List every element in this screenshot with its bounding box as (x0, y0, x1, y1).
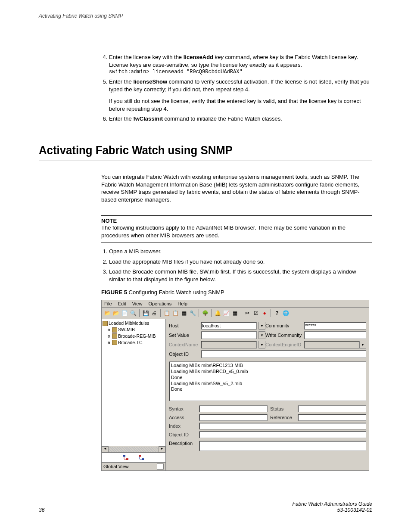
svg-rect-4 (139, 455, 141, 457)
horizontal-scrollbar[interactable]: ◄► (102, 446, 165, 452)
save-icon[interactable]: 💾 (142, 309, 149, 317)
globe-icon[interactable]: 🌐 (282, 309, 290, 317)
footer-guide: Fabric Watch Administrators Guide (293, 501, 372, 507)
note-block: NOTE The following instructions apply to… (101, 215, 372, 243)
contextname-dropdown[interactable]: ▼ (258, 341, 265, 348)
bell-icon[interactable]: 🔔 (214, 309, 221, 317)
step-b2: Load the appropriate MIB files if you ha… (109, 258, 372, 266)
intro-paragraph: You can integrate Fabric Watch with exis… (101, 173, 372, 203)
label-index: Index (169, 423, 196, 429)
writecommunity-input[interactable] (304, 331, 366, 339)
label-syntax: Syntax (169, 406, 196, 411)
copy-icon[interactable]: 📋 (163, 309, 171, 317)
label-description: Description (169, 441, 196, 451)
syntax-output (199, 405, 268, 412)
wrench-icon[interactable]: 🔧 (189, 309, 196, 317)
mib-browser-window: File Edit View Operations Help 📂 📂 📄 🔍 💾… (101, 300, 369, 471)
label-contextengine: ContextEngineID (265, 342, 302, 347)
log-output: Loading MIBs mibs\RFC1213-MIB Loading MI… (169, 361, 366, 401)
objectid-output (199, 431, 366, 438)
label-contextname: ContextName (169, 342, 199, 347)
status-output (298, 405, 366, 412)
find-icon[interactable]: 🔍 (129, 309, 137, 317)
code-sample: switch:admin> licenseadd "R9cQ9RcbddUAdR… (109, 68, 372, 75)
menu-help[interactable]: Help (177, 301, 187, 306)
net-blue-icon[interactable] (138, 454, 144, 460)
contextengine-dropdown[interactable]: ▼ (359, 341, 366, 348)
reference-output (298, 414, 366, 421)
steps-b: Open a MIB browser. Load the appropriate… (101, 248, 372, 283)
tree-icon[interactable]: 🌳 (201, 309, 209, 317)
setvalue-input[interactable] (201, 331, 257, 339)
note-label: NOTE (101, 215, 372, 224)
steps-continued: Enter the license key with the licenseAd… (101, 53, 372, 123)
step-4: Enter the license key with the licenseAd… (109, 53, 372, 75)
stop-icon[interactable]: ● (261, 309, 268, 317)
host-dropdown[interactable]: ▼ (258, 322, 265, 330)
step-b1: Open a MIB browser. (109, 248, 372, 255)
net-red-icon[interactable] (123, 454, 129, 460)
label-community: Community (265, 323, 302, 328)
menu-edit[interactable]: Edit (118, 301, 126, 306)
access-output (199, 414, 268, 421)
right-pane: Host localhost ▼ Community ****** Set Va… (166, 319, 369, 470)
chart-icon[interactable]: 📈 (222, 309, 230, 317)
tree-footer-icons (102, 452, 165, 462)
contextname-input (201, 341, 257, 348)
menubar[interactable]: File Edit View Operations Help (102, 300, 369, 308)
open2-icon[interactable]: 📂 (112, 309, 120, 317)
step-6: Enter the fwClassinit command to initial… (109, 115, 372, 123)
figure-caption: FIGURE 5 Configuring Fabric Watch using … (101, 289, 372, 296)
label-objectid: Object ID (169, 352, 199, 357)
section-heading: Activating Fabric Watch using SNMP (39, 143, 346, 157)
step-b3: Load the Brocade common MIB file, SW.mib… (109, 268, 372, 283)
paste-icon[interactable]: 📋 (171, 309, 179, 317)
footer-docnum: 53-1003142-01 (293, 507, 372, 513)
help-icon[interactable]: ? (273, 309, 281, 317)
label-reference: Reference (270, 415, 295, 420)
global-view-bar: Global View (102, 462, 165, 470)
svg-rect-5 (142, 458, 144, 460)
description-output (199, 441, 366, 451)
host-input[interactable]: localhost (201, 322, 257, 330)
cut-icon[interactable]: ✂ (243, 309, 251, 317)
community-input[interactable]: ****** (304, 322, 366, 330)
page-number: 36 (39, 507, 44, 513)
table-icon[interactable]: ▦ (231, 309, 239, 317)
note-body: The following instructions apply to the … (101, 224, 372, 239)
toolbar: 📂 📂 📄 🔍 💾 🖨 📋 📋 ▦ 🔧 🌳 🔔 📈 ▦ ✂ (102, 308, 369, 319)
menu-operations[interactable]: Operations (148, 301, 171, 306)
menu-file[interactable]: File (104, 301, 112, 306)
label-writecommunity: Write Community (265, 333, 302, 338)
label-host: Host (169, 323, 199, 328)
objectid-input[interactable] (201, 350, 366, 358)
menu-view[interactable]: View (132, 301, 143, 306)
print-icon[interactable]: 🖨 (150, 309, 158, 317)
contextengine-input (304, 341, 359, 348)
svg-rect-1 (126, 458, 128, 460)
tree-pane: Loaded MibModules ⊕SW-MIB ⊕Brocade-REG-M… (102, 319, 166, 470)
check-icon[interactable]: ☑ (252, 309, 260, 317)
running-header: Activating Fabric Watch using SNMP (39, 13, 372, 19)
global-view-box[interactable] (157, 464, 164, 470)
label-setvalue: Set Value (169, 333, 199, 338)
index-output (199, 423, 366, 429)
doc-icon[interactable]: 📄 (121, 309, 128, 317)
open-icon[interactable]: 📂 (103, 309, 111, 317)
label-access: Access (169, 415, 196, 420)
label-status: Status (270, 406, 295, 411)
page-footer: 36 Fabric Watch Administrators Guide 53-… (39, 501, 372, 513)
mib-tree[interactable]: Loaded MibModules ⊕SW-MIB ⊕Brocade-REG-M… (102, 319, 165, 446)
global-view-label: Global View (103, 464, 129, 469)
step-5: Enter the licenseShow command to verify … (109, 78, 372, 112)
form-icon[interactable]: ▦ (180, 309, 188, 317)
svg-rect-0 (123, 455, 125, 457)
label-objectid2: Object ID (169, 432, 196, 437)
setvalue-dropdown[interactable]: ▼ (258, 331, 265, 339)
heading-rule (39, 161, 372, 161)
